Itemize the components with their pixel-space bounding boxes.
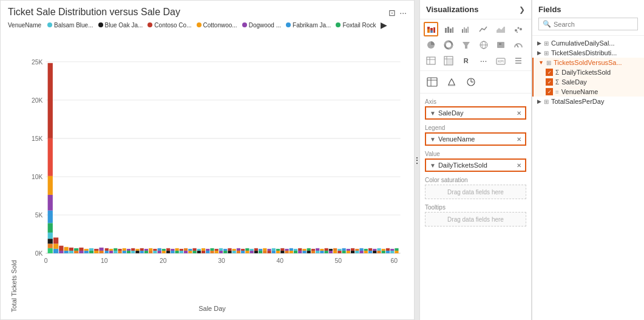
format-tab-button[interactable] [443,73,460,90]
donut-chart-icon[interactable] [441,38,456,52]
legend-dot-blueoak [98,22,103,27]
checkbox-venuename[interactable]: ✓ [546,88,553,95]
search-input[interactable] [554,21,637,28]
expand-icon: ▶ [537,40,541,46]
stacked-bar-chart-icon[interactable] [424,22,438,36]
legend-dot-balsam [47,22,52,27]
checkbox-daily[interactable]: ✓ [546,69,553,76]
map-icon[interactable] [476,38,491,52]
legend-dot-dogwood [242,22,247,27]
svg-rect-141 [302,249,306,251]
viz-panel-header: Visualizations ❯ [420,0,531,19]
svg-rect-98 [206,251,209,253]
svg-rect-37 [69,248,73,251]
svg-rect-66 [135,251,139,253]
tooltips-dropzone[interactable]: Drag data fields here [425,212,526,226]
table-icon: ⊞ [544,50,549,56]
field-item-daily[interactable]: ✓ Σ DailyTicketsSold [532,67,644,77]
funnel-icon[interactable] [459,38,473,52]
svg-rect-145 [311,249,315,251]
svg-rect-46 [89,251,93,253]
svg-rect-148 [316,251,319,253]
expand-icon[interactable]: ⊡ [388,8,396,18]
color-saturation-label: Color saturation [425,177,526,183]
svg-rect-44 [84,251,89,253]
field-label-venuename: VenueName [561,88,598,95]
legend-label-cotton: Cottonwoo... [203,22,237,29]
svg-marker-206 [463,42,470,49]
svg-rect-31 [53,244,58,249]
fields-panel-title: Fields [538,5,638,14]
svg-rect-168 [359,251,363,253]
field-item-venuename[interactable]: ✓ ≡ VenueName [532,87,644,97]
svg-rect-112 [237,251,240,253]
field-group-ticketsversus[interactable]: ▼ ⊞ TicketsSoldVersusSa... [532,58,644,67]
field-label-cumulative: CumulativeDailySal... [551,39,615,47]
area-chart-icon[interactable] [493,22,508,36]
svg-rect-38 [69,251,73,253]
svg-rect-164 [351,251,354,253]
axis-clear-button[interactable]: ✕ [517,110,521,117]
svg-rect-117 [250,249,254,251]
fields-search-box[interactable]: 🔍 [538,18,638,30]
pie-chart-icon[interactable] [424,38,438,52]
filled-map-icon[interactable] [493,38,508,52]
legend-more-icon[interactable]: ▶ [381,20,387,30]
fields-tab-button[interactable] [424,73,441,90]
svg-rect-49 [99,248,103,251]
clustered-bar-icon[interactable] [459,22,473,36]
bar-chart-icon[interactable] [441,22,456,36]
field-group-ticketsales[interactable]: ▶ ⊞ TicketSalesDistributi... [532,48,644,58]
checkbox-saleday[interactable]: ✓ [546,78,553,86]
kpi-icon[interactable]: KPI [493,53,508,68]
svg-rect-61 [127,249,130,251]
axis-field-value[interactable]: ▼ SaleDay ✕ [425,106,526,120]
svg-point-202 [517,32,518,33]
r-script-icon[interactable]: R [459,53,473,68]
svg-text:15K: 15K [32,135,42,142]
viz-panel-chevron[interactable]: ❯ [519,5,525,14]
legend-item: Dogwood ... [242,22,281,29]
value-field-value[interactable]: ▼ DailyTicketsSold ✕ [425,158,526,172]
scatter-chart-icon[interactable] [511,22,526,36]
expand-icon: ▶ [537,98,541,104]
value-clear-button[interactable]: ✕ [517,162,521,169]
svg-rect-68 [140,251,144,253]
color-saturation-dropzone[interactable]: Drag data fields here [425,185,526,199]
field-group-totalsales[interactable]: ▶ ⊞ TotalSalesPerDay [532,97,644,106]
svg-text:KPI: KPI [498,60,504,63]
fields-panel: Fields 🔍 ▶ ⊞ CumulativeDailySal... ▶ ⊞ T… [532,0,644,320]
svg-rect-149 [320,249,324,251]
field-item-saleday[interactable]: ✓ Σ SaleDay [532,77,644,87]
svg-rect-65 [135,249,139,251]
svg-rect-114 [241,251,245,253]
field-group-cumulative[interactable]: ▶ ⊞ CumulativeDailySal... [532,38,644,48]
svg-rect-194 [462,29,463,33]
svg-rect-86 [180,251,183,253]
value-value-text: DailyTicketsSold [438,162,487,169]
legend-field-value[interactable]: ▼ VenueName ✕ [425,132,526,146]
more-options-icon[interactable]: ··· [399,8,407,18]
panel-separator[interactable]: ⋮ [415,0,419,320]
svg-line-212 [517,44,518,47]
chart-area: Total Tickets Sold 25K 20K 15K 10K 5K [8,33,407,312]
svg-rect-180 [386,251,390,253]
svg-rect-151 [325,248,328,251]
svg-rect-69 [144,249,148,251]
analytics-tab-button[interactable] [463,73,480,90]
slicer-icon[interactable] [511,53,526,68]
svg-text:10K: 10K [32,174,42,180]
chart-visualization: 25K 20K 15K 10K 5K 0K 0 10 20 30 40 50 6… [18,33,407,304]
svg-rect-195 [464,27,465,33]
gauge-icon[interactable] [511,38,526,52]
svg-rect-83 [175,248,179,251]
matrix-icon[interactable] [441,53,456,68]
svg-rect-35 [64,247,69,251]
more-visuals-icon[interactable]: ··· [476,53,491,68]
svg-rect-78 [162,251,166,253]
line-chart-icon[interactable] [476,22,491,36]
svg-rect-157 [337,249,341,251]
legend-clear-button[interactable]: ✕ [517,136,521,143]
tooltips-label: Tooltips [425,204,526,211]
table-icon[interactable] [424,53,438,68]
